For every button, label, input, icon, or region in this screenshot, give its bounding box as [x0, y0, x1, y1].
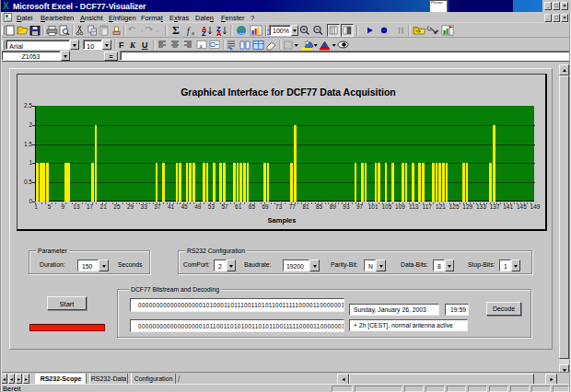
svg-text:U: U: [142, 40, 148, 50]
svg-text:F: F: [119, 40, 124, 50]
svg-text:K: K: [129, 40, 136, 50]
